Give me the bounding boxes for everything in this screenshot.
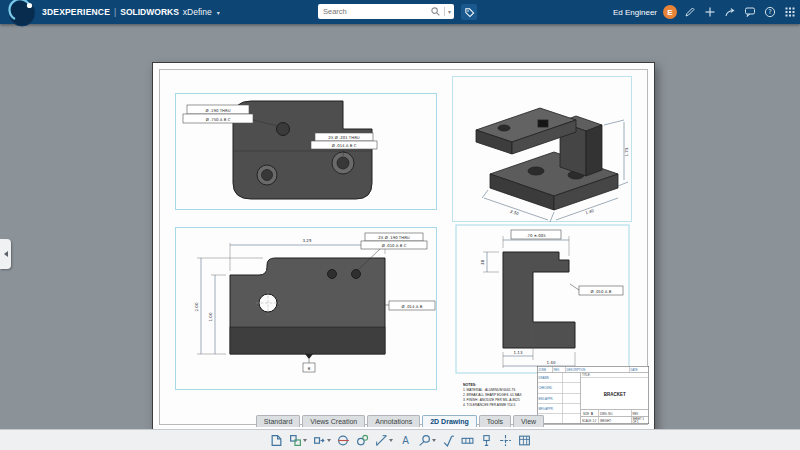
global-search[interactable]: ▾ [318,4,454,19]
search-icon[interactable] [430,6,441,17]
front-dim-height-inner: 1.00 [208,312,213,321]
tab-2d-drawing[interactable]: 2D Drawing [422,415,477,427]
tab-standard[interactable]: Standard [256,415,300,427]
hole-callout: 2X Ø .201 THRU [328,135,360,140]
table-icon[interactable] [517,433,532,448]
ribbon-tab-bar: Standard Views Creation Annotations 2D D… [0,415,800,427]
datum-label: B [308,366,311,371]
help-icon[interactable]: ? [763,5,777,19]
front-dim-width: 3.25 [303,238,312,243]
smart-dimension-icon[interactable] [374,433,394,448]
center-mark-icon[interactable] [498,433,513,448]
feature-control-frame: Ø .010 A B C [382,243,407,248]
iso-dim-height: 1.75 [624,147,629,156]
tab-view[interactable]: View [513,415,544,427]
chevron-down-icon[interactable]: ▾ [217,9,220,16]
detail-view-icon[interactable] [355,433,370,448]
note-line: 4. TOLERANCES PER ASME Y14.5 [463,402,538,407]
collapse-arrow-icon [4,251,8,257]
3ds-compass-logo[interactable] [8,0,36,27]
front-dim-height-outer: 2.00 [194,302,199,311]
user-name[interactable]: Ed Engineer [613,8,657,17]
view-isometric[interactable]: 1.75 2.50 1.40 [452,76,632,222]
search-input[interactable] [321,6,430,17]
side-dim-bottom-outer: 1.40 [547,360,556,365]
brand-3dexperience: 3DEXPERIENCE [42,7,110,17]
panel-collapse-handle[interactable] [0,239,11,269]
tab-tools[interactable]: Tools [479,415,511,427]
tab-views-creation[interactable]: Views Creation [302,415,365,427]
top-bar: 3DEXPERIENCE | SOLIDWORKS xDefine ▾ ▾ Ed… [0,0,800,24]
side-dim-left: .38 [480,259,485,266]
svg-text:?: ? [768,8,771,16]
view-top[interactable]: Ø .190 THRU Ø .750 A B C 2X Ø .201 THRU … [175,93,437,210]
search-options-chevron-icon[interactable]: ▾ [448,8,451,15]
hole-callout: Ø .190 THRU [205,108,230,113]
edit-icon[interactable] [683,5,697,19]
geometric-tolerance-icon[interactable] [460,433,475,448]
feature-control-frame: Ø .014 A B [402,304,423,309]
share-icon[interactable] [723,5,737,19]
balloon-icon[interactable] [417,433,437,448]
view-front[interactable]: 3.25 2.00 1.00 2X Ø .190 THRU Ø .010 A B… [175,227,437,390]
hole-callout: 2X Ø .190 THRU [378,235,410,240]
add-icon[interactable] [703,5,717,19]
app-brand[interactable]: 3DEXPERIENCE | SOLIDWORKS xDefine ▾ [42,0,220,24]
user-area: Ed Engineer E ? [613,0,797,24]
side-dim-top: .70 ±.005 [526,233,546,238]
side-dim-bottom-inner: 1.13 [514,350,523,355]
feature-control-frame: Ø .750 A B C [206,117,231,122]
brand-xdefine: xDefine [183,7,212,17]
user-avatar[interactable]: E [663,5,677,19]
apps-grid-icon[interactable] [783,5,797,19]
action-toolbar: A [0,429,800,450]
tab-annotations[interactable]: Annotations [367,415,420,427]
tag-button[interactable] [461,4,477,20]
svg-text:A: A [402,435,409,446]
view-palette-icon[interactable] [288,433,308,448]
feature-control-frame: Ø .010 A B [591,289,612,294]
sheet-icon[interactable] [269,433,284,448]
drawing-title: BRACKET [581,378,649,410]
projected-view-icon[interactable] [312,433,332,448]
chat-icon[interactable] [743,5,757,19]
tag-icon [464,7,475,18]
feature-control-frame: Ø .014 A B C [332,143,357,148]
datum-feature-icon[interactable] [479,433,494,448]
view-side[interactable]: .70 ±.005 .38 Ø .010 A B 1.13 1.40 [455,224,630,374]
drawing-canvas[interactable]: Ø .190 THRU Ø .750 A B C 2X Ø .201 THRU … [0,24,800,429]
surface-finish-icon[interactable] [441,433,456,448]
section-view-icon[interactable] [336,433,351,448]
brand-solidworks: SOLIDWORKS [120,7,179,17]
note-icon[interactable]: A [398,433,413,448]
